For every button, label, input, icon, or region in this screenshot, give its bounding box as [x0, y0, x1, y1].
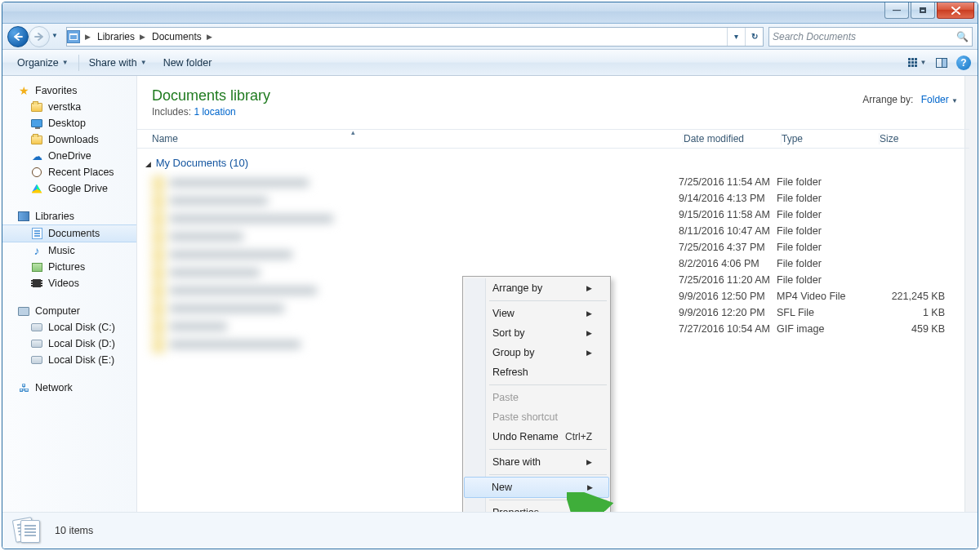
menu-group-by[interactable]: Group by▶: [465, 343, 608, 362]
help-button[interactable]: ?: [956, 56, 971, 70]
preview-pane-button[interactable]: [932, 54, 951, 72]
sidebar-libraries[interactable]: Libraries: [2, 208, 136, 224]
menu-share-with[interactable]: Share with▶: [465, 452, 608, 472]
table-row[interactable]: 7/25/2016 11:20 AMFile folder: [679, 272, 964, 288]
back-button[interactable]: [7, 26, 29, 47]
table-row[interactable]: 7/25/2016 4:37 PMFile folder: [679, 239, 964, 256]
sidebar-item-downloads[interactable]: Downloads: [2, 131, 136, 148]
menu-separator: [489, 300, 607, 301]
submenu-arrow-icon: ▶: [586, 329, 592, 337]
cell-size: [875, 223, 964, 239]
cell-date: 8/11/2016 10:47 AM: [679, 223, 777, 239]
desktop-icon: [31, 119, 42, 127]
sidebar-item-pictures[interactable]: Pictures: [2, 259, 136, 275]
cell-date: 8/2/2016 4:06 PM: [679, 256, 777, 272]
sidebar-network[interactable]: 🖧Network: [2, 380, 136, 396]
breadcrumb-libraries[interactable]: Libraries: [92, 28, 138, 46]
col-name[interactable]: Name: [152, 133, 684, 144]
pictures-icon: [32, 263, 42, 272]
cell-date: 7/25/2016 11:20 AM: [679, 272, 777, 288]
sidebar-item-gdrive[interactable]: Google Drive: [2, 180, 136, 197]
network-icon: 🖧: [17, 381, 30, 394]
libraries-icon: [18, 211, 29, 221]
share-with-menu[interactable]: Share with▼: [81, 57, 155, 69]
dropdown-icon: ▼: [140, 59, 147, 66]
search-input[interactable]: Search Documents 🔍: [768, 27, 973, 47]
table-row[interactable]: 7/27/2016 10:54 AMGIF image459 KB: [679, 321, 964, 337]
cell-date: 9/9/2016 12:50 PM: [679, 288, 777, 304]
arrange-by-dropdown[interactable]: Folder ▼: [921, 94, 958, 105]
col-size[interactable]: Size: [880, 133, 969, 144]
dropdown-icon: ▼: [951, 97, 958, 104]
documents-icon: [32, 228, 42, 239]
cell-date: 9/14/2016 4:13 PM: [679, 190, 777, 207]
address-bar[interactable]: ▶ Libraries ▶ Documents ▶ ▾ ↻: [66, 27, 764, 47]
item-count: 10 items: [55, 525, 93, 536]
search-icon: 🔍: [956, 31, 969, 42]
table-row[interactable]: 9/15/2016 11:58 AMFile folder: [679, 207, 964, 223]
sidebar-item-disk-e[interactable]: Local Disk (E:): [2, 352, 136, 368]
forward-button[interactable]: [29, 26, 50, 47]
menu-arrange-by[interactable]: Arrange by▶: [465, 278, 608, 298]
sidebar-item-recent[interactable]: Recent Places: [2, 164, 136, 180]
nav-buttons: ▼: [7, 25, 61, 48]
table-row[interactable]: 8/11/2016 10:47 AMFile folder: [679, 223, 964, 239]
sidebar-computer[interactable]: Computer: [2, 303, 136, 319]
sidebar-item-verstka[interactable]: verstka: [2, 99, 136, 115]
cell-size: [875, 256, 964, 272]
address-dropdown[interactable]: ▾: [727, 28, 745, 46]
disk-icon: [31, 340, 42, 348]
sidebar-item-documents[interactable]: Documents: [2, 224, 136, 242]
includes-link[interactable]: 1 location: [194, 106, 235, 118]
menu-separator: [489, 384, 607, 385]
table-row[interactable]: 9/9/2016 12:20 PMSFL File1 KB: [679, 304, 964, 321]
organize-menu[interactable]: Organize▼: [9, 57, 77, 69]
col-date[interactable]: Date modified: [684, 133, 782, 144]
menu-view[interactable]: View▶: [465, 304, 608, 323]
clock-icon: [32, 167, 42, 177]
menu-refresh[interactable]: Refresh: [465, 362, 608, 382]
menu-sort-by[interactable]: Sort by▶: [465, 323, 608, 343]
sidebar-item-disk-c[interactable]: Local Disk (C:): [2, 319, 136, 335]
sidebar-item-music[interactable]: ♪Music: [2, 242, 136, 259]
documents-stack-icon: [14, 518, 43, 543]
menu-paste-shortcut: Paste shortcut: [465, 407, 608, 427]
submenu-arrow-icon: ▶: [586, 309, 592, 318]
maximize-icon: [920, 7, 926, 13]
minimize-button[interactable]: —: [884, 2, 909, 19]
menu-new[interactable]: New▶: [464, 477, 609, 498]
table-row[interactable]: 8/2/2016 4:06 PMFile folder: [679, 256, 964, 272]
close-button[interactable]: [937, 2, 974, 19]
folder-icon: [31, 136, 42, 144]
cell-size: 221,245 KB: [875, 288, 964, 304]
disk-icon: [31, 323, 42, 331]
table-row[interactable]: 9/14/2016 4:13 PMFile folder: [679, 190, 964, 207]
computer-icon: [18, 307, 29, 316]
library-header: Documents library Includes: 1 location: [137, 76, 978, 124]
table-row[interactable]: 9/9/2016 12:50 PMMP4 Video File221,245 K…: [679, 288, 964, 304]
breadcrumb-documents[interactable]: Documents: [147, 28, 205, 46]
chevron-right-icon: ▶: [205, 33, 214, 41]
table-row[interactable]: 7/25/2016 11:54 AMFile folder: [679, 174, 964, 190]
menu-separator: [489, 500, 607, 500]
sidebar-favorites[interactable]: ★Favorites: [2, 82, 136, 99]
view-mode-button[interactable]: ▼: [907, 54, 927, 72]
separator: [78, 55, 79, 71]
history-dropdown[interactable]: ▼: [51, 32, 58, 39]
refresh-button[interactable]: ↻: [745, 28, 763, 46]
menu-paste: Paste: [465, 388, 608, 407]
blurred-filenames: [152, 174, 348, 363]
cell-date: 9/9/2016 12:20 PM: [679, 304, 777, 321]
titlebar: —: [2, 2, 978, 24]
sidebar-item-onedrive[interactable]: ☁OneDrive: [2, 148, 136, 164]
new-folder-button[interactable]: New folder: [155, 57, 220, 69]
sidebar-item-videos[interactable]: Videos: [2, 275, 136, 291]
explorer-window: — ▼ ▶ Libraries ▶ Documents ▶ ▾: [2, 2, 978, 549]
menu-undo-rename[interactable]: Undo RenameCtrl+Z: [465, 427, 608, 447]
sidebar-item-disk-d[interactable]: Local Disk (D:): [2, 335, 136, 352]
sidebar-item-desktop[interactable]: Desktop: [2, 115, 136, 131]
col-type[interactable]: Type: [782, 133, 880, 144]
cell-size: [875, 207, 964, 223]
maximize-button[interactable]: [911, 2, 935, 19]
group-header[interactable]: ◢ My Documents (10): [137, 149, 978, 174]
